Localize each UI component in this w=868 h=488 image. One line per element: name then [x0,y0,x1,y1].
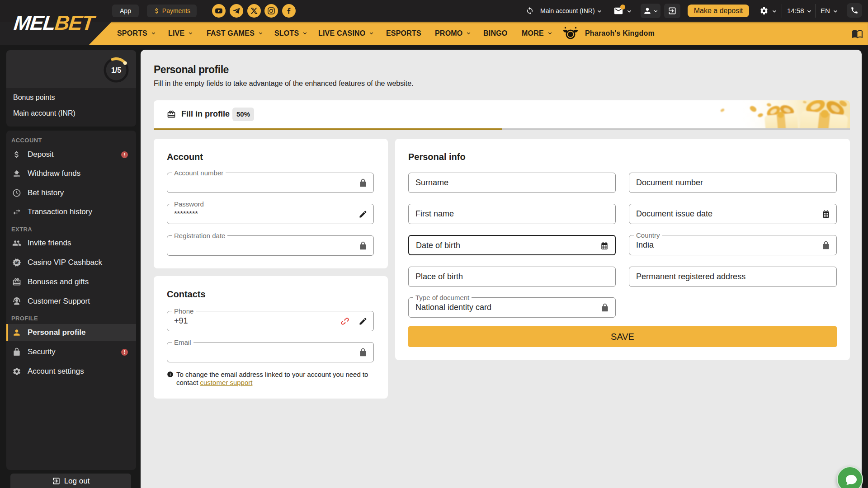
svg-text:1/5: 1/5 [111,66,121,74]
svg-text:%: % [15,260,19,265]
